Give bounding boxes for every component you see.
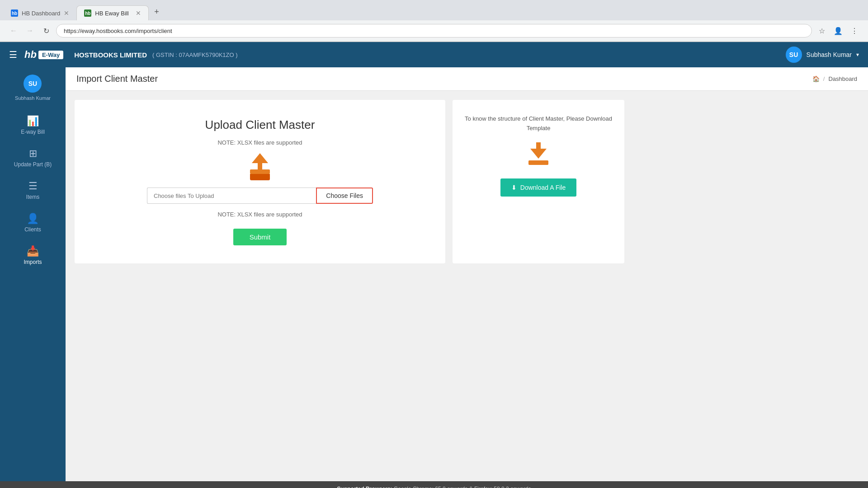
download-info-text: To know the structure of Client Master, … [463, 114, 613, 133]
file-input-row: Choose Files [147, 188, 373, 204]
upload-stem [258, 163, 262, 169]
sidebar-user: SU Subhash Kumar [15, 75, 51, 101]
upload-icon [246, 153, 274, 180]
upload-note-top: NOTE: XLSX files are supported [217, 139, 302, 146]
imports-icon: 📥 [27, 245, 39, 257]
footer: Supported Browsers: Google Chrome: 65.0 … [0, 481, 868, 488]
tab-hb-dashboard[interactable]: hb HB Dashboard ✕ [4, 6, 76, 20]
upload-card: Upload Client Master NOTE: XLSX files ar… [75, 100, 445, 263]
clients-icon: 👤 [27, 213, 39, 225]
browser-chrome: hb HB Dashboard ✕ hb HB Eway Bill ✕ + ← … [0, 0, 868, 42]
back-button[interactable]: ← [7, 24, 20, 37]
tab-close-eway[interactable]: ✕ [136, 9, 141, 17]
main-content: Import Client Master 🏠 / Dashboard Uploa… [66, 67, 868, 481]
page-header: Import Client Master 🏠 / Dashboard [66, 67, 868, 91]
file-input-text[interactable] [147, 188, 316, 204]
browser-controls: ← → ↻ ☆ 👤 ⋮ [0, 20, 868, 42]
sidebar-item-eway-bill[interactable]: 📊 E-way Bill [0, 110, 66, 141]
sidebar-avatar: SU [24, 75, 42, 93]
address-bar[interactable] [56, 24, 812, 38]
reload-button[interactable]: ↻ [40, 24, 52, 37]
sidebar-label-update-part: Update Part (B) [14, 161, 52, 168]
tab-icon-eway: hb [84, 9, 91, 17]
sidebar-label-eway-bill: E-way Bill [21, 129, 45, 135]
menu-button[interactable]: ⋮ [848, 24, 861, 37]
logo-eway: E-Way [38, 51, 63, 59]
upload-title: Upload Client Master [205, 118, 315, 132]
breadcrumb-current: Dashboard [828, 75, 857, 82]
logo-area: hb E-Way [24, 49, 63, 61]
choose-files-button[interactable]: Choose Files [316, 188, 373, 204]
user-profile-button[interactable]: 👤 [832, 24, 844, 37]
hamburger-button[interactable]: ☰ [9, 49, 17, 60]
bookmark-button[interactable]: ☆ [816, 24, 828, 37]
user-area[interactable]: SU Subhash Kumar ▾ [786, 47, 859, 63]
sidebar-label-items: Items [26, 194, 39, 200]
logo-hb: hb [24, 49, 37, 61]
content-area: Upload Client Master NOTE: XLSX files ar… [66, 91, 868, 272]
upload-base [250, 169, 270, 174]
app-container: ☰ hb E-Way HOSTBOOKS LIMITED ( GSTIN : 0… [0, 42, 868, 488]
breadcrumb-home-icon[interactable]: 🏠 [812, 75, 820, 82]
tab-icon-dashboard: hb [11, 9, 18, 17]
sidebar-item-update-part[interactable]: ⊞ Update Part (B) [0, 142, 66, 173]
page-title: Import Client Master [76, 74, 158, 84]
sidebar: SU Subhash Kumar 📊 E-way Bill ⊞ Update P… [0, 67, 66, 481]
download-icon [525, 142, 552, 169]
footer-supported-text: Supported Browsers: [337, 486, 392, 488]
body-area: SU Subhash Kumar 📊 E-way Bill ⊞ Update P… [0, 67, 868, 481]
upload-arrow [252, 153, 268, 163]
chevron-down-icon: ▾ [856, 52, 859, 58]
upload-note-bottom: NOTE: XLSX files are supported [217, 211, 302, 218]
sidebar-item-clients[interactable]: 👤 Clients [0, 207, 66, 238]
new-tab-button[interactable]: + [149, 4, 165, 20]
download-stem [536, 142, 541, 149]
sidebar-item-items[interactable]: ☰ Items [0, 175, 66, 206]
company-name: HOSTBOOKS LIMITED [74, 51, 147, 59]
breadcrumb-separator: / [823, 75, 825, 82]
sidebar-username: Subhash Kumar [15, 95, 51, 101]
download-icon-glyph: ⬇ [511, 184, 517, 191]
footer-browsers-text: Google Chrome: 65.0 onwards & Firefox: 5… [394, 486, 531, 488]
eway-bill-icon: 📊 [27, 115, 39, 127]
tab-hb-eway[interactable]: hb HB Eway Bill ✕ [76, 5, 149, 20]
download-card: To know the structure of Client Master, … [453, 100, 624, 263]
items-icon: ☰ [28, 180, 38, 192]
user-name: Subhash Kumar [807, 51, 852, 58]
gstin-info: ( GSTIN : 07AAMFK5790K1ZO ) [152, 52, 238, 58]
download-button-label: Download A File [520, 184, 566, 191]
sidebar-label-imports: Imports [24, 259, 42, 265]
user-avatar: SU [786, 47, 802, 63]
download-file-button[interactable]: ⬇ Download A File [500, 178, 576, 197]
upload-box [250, 174, 270, 180]
sidebar-label-clients: Clients [24, 226, 41, 233]
tab-close-dashboard[interactable]: ✕ [64, 9, 69, 17]
download-arrow [530, 149, 547, 159]
download-base [528, 160, 548, 165]
top-nav: ☰ hb E-Way HOSTBOOKS LIMITED ( GSTIN : 0… [0, 42, 868, 67]
update-part-icon: ⊞ [29, 148, 37, 160]
submit-button[interactable]: Submit [233, 229, 287, 245]
forward-button[interactable]: → [24, 24, 36, 37]
tab-label-dashboard: HB Dashboard [22, 10, 60, 17]
sidebar-item-imports[interactable]: 📥 Imports [0, 240, 66, 271]
tab-label-eway: HB Eway Bill [95, 10, 128, 17]
breadcrumb: 🏠 / Dashboard [812, 75, 857, 82]
browser-tabs: hb HB Dashboard ✕ hb HB Eway Bill ✕ + [0, 0, 868, 20]
